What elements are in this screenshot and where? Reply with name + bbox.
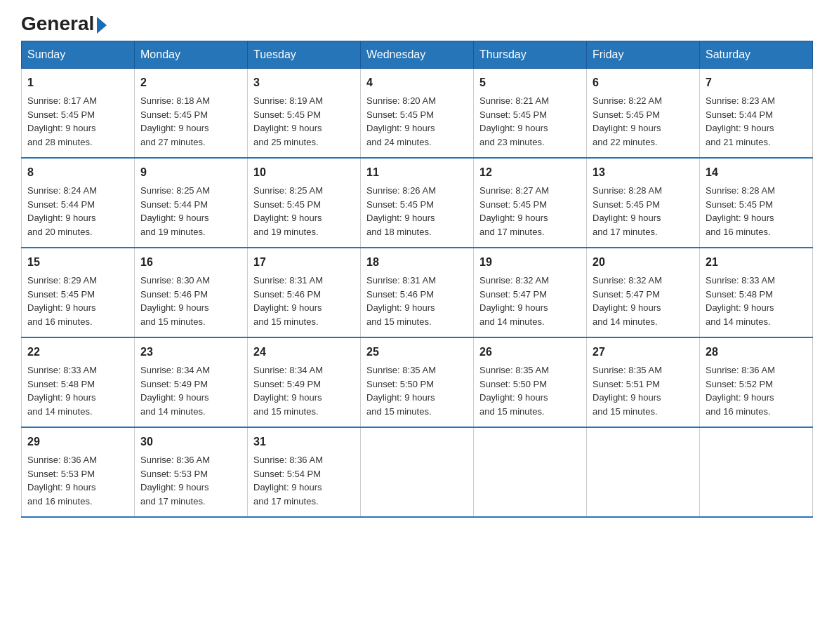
calendar-cell <box>361 427 474 517</box>
day-info: Sunrise: 8:29 AM Sunset: 5:45 PM Dayligh… <box>27 275 97 327</box>
calendar-cell: 19 Sunrise: 8:32 AM Sunset: 5:47 PM Dayl… <box>474 248 587 337</box>
calendar-cell: 25 Sunrise: 8:35 AM Sunset: 5:50 PM Dayl… <box>361 337 474 427</box>
calendar-cell <box>587 427 700 517</box>
calendar-cell: 28 Sunrise: 8:36 AM Sunset: 5:52 PM Dayl… <box>700 337 813 427</box>
day-number: 5 <box>479 74 581 91</box>
day-number: 28 <box>706 344 807 361</box>
weekday-header-wednesday: Wednesday <box>361 41 474 69</box>
day-info: Sunrise: 8:28 AM Sunset: 5:45 PM Dayligh… <box>706 185 775 237</box>
day-number: 20 <box>593 254 694 271</box>
day-info: Sunrise: 8:36 AM Sunset: 5:52 PM Dayligh… <box>706 365 775 417</box>
calendar-cell: 17 Sunrise: 8:31 AM Sunset: 5:46 PM Dayl… <box>248 248 361 337</box>
calendar-table: SundayMondayTuesdayWednesdayThursdayFrid… <box>21 41 813 518</box>
day-number: 12 <box>479 164 581 181</box>
calendar-cell: 9 Sunrise: 8:25 AM Sunset: 5:44 PM Dayli… <box>135 158 248 248</box>
calendar-cell: 29 Sunrise: 8:36 AM Sunset: 5:53 PM Dayl… <box>22 427 135 517</box>
calendar-cell: 5 Sunrise: 8:21 AM Sunset: 5:45 PM Dayli… <box>474 69 587 159</box>
day-info: Sunrise: 8:20 AM Sunset: 5:45 PM Dayligh… <box>366 95 436 147</box>
logo: General <box>21 14 107 34</box>
day-number: 29 <box>27 434 128 450</box>
day-info: Sunrise: 8:34 AM Sunset: 5:49 PM Dayligh… <box>253 365 323 417</box>
calendar-cell: 8 Sunrise: 8:24 AM Sunset: 5:44 PM Dayli… <box>22 158 135 248</box>
calendar-cell: 30 Sunrise: 8:36 AM Sunset: 5:53 PM Dayl… <box>135 427 248 517</box>
day-info: Sunrise: 8:32 AM Sunset: 5:47 PM Dayligh… <box>479 275 549 327</box>
day-info: Sunrise: 8:26 AM Sunset: 5:45 PM Dayligh… <box>366 185 436 237</box>
day-info: Sunrise: 8:32 AM Sunset: 5:47 PM Dayligh… <box>593 275 662 327</box>
day-number: 17 <box>253 254 355 271</box>
calendar-cell: 18 Sunrise: 8:31 AM Sunset: 5:46 PM Dayl… <box>361 248 474 337</box>
day-info: Sunrise: 8:36 AM Sunset: 5:53 PM Dayligh… <box>27 455 97 507</box>
day-info: Sunrise: 8:21 AM Sunset: 5:45 PM Dayligh… <box>479 95 549 147</box>
calendar-cell: 12 Sunrise: 8:27 AM Sunset: 5:45 PM Dayl… <box>474 158 587 248</box>
calendar-cell: 20 Sunrise: 8:32 AM Sunset: 5:47 PM Dayl… <box>587 248 700 337</box>
calendar-week-2: 8 Sunrise: 8:24 AM Sunset: 5:44 PM Dayli… <box>22 158 813 248</box>
weekday-header-saturday: Saturday <box>700 41 813 69</box>
day-info: Sunrise: 8:25 AM Sunset: 5:44 PM Dayligh… <box>140 185 210 237</box>
day-number: 23 <box>140 344 241 361</box>
calendar-header: SundayMondayTuesdayWednesdayThursdayFrid… <box>22 41 813 69</box>
day-info: Sunrise: 8:25 AM Sunset: 5:45 PM Dayligh… <box>253 185 323 237</box>
day-number: 6 <box>593 74 694 91</box>
day-info: Sunrise: 8:30 AM Sunset: 5:46 PM Dayligh… <box>140 275 210 327</box>
calendar-week-5: 29 Sunrise: 8:36 AM Sunset: 5:53 PM Dayl… <box>22 427 813 517</box>
calendar-body: 1 Sunrise: 8:17 AM Sunset: 5:45 PM Dayli… <box>22 69 813 518</box>
calendar-cell <box>474 427 587 517</box>
day-info: Sunrise: 8:18 AM Sunset: 5:45 PM Dayligh… <box>140 95 210 147</box>
day-number: 30 <box>140 434 241 450</box>
day-number: 24 <box>253 344 355 361</box>
day-info: Sunrise: 8:19 AM Sunset: 5:45 PM Dayligh… <box>253 95 323 147</box>
page-header: General <box>21 14 813 34</box>
day-number: 31 <box>253 434 355 450</box>
day-info: Sunrise: 8:35 AM Sunset: 5:50 PM Dayligh… <box>366 365 436 417</box>
calendar-cell: 11 Sunrise: 8:26 AM Sunset: 5:45 PM Dayl… <box>361 158 474 248</box>
weekday-row: SundayMondayTuesdayWednesdayThursdayFrid… <box>22 41 813 69</box>
day-number: 16 <box>140 254 241 271</box>
day-info: Sunrise: 8:34 AM Sunset: 5:49 PM Dayligh… <box>140 365 210 417</box>
weekday-header-tuesday: Tuesday <box>248 41 361 69</box>
day-number: 22 <box>27 344 128 361</box>
calendar-cell: 16 Sunrise: 8:30 AM Sunset: 5:46 PM Dayl… <box>135 248 248 337</box>
calendar-week-3: 15 Sunrise: 8:29 AM Sunset: 5:45 PM Dayl… <box>22 248 813 337</box>
day-number: 27 <box>593 344 694 361</box>
calendar-week-1: 1 Sunrise: 8:17 AM Sunset: 5:45 PM Dayli… <box>22 69 813 159</box>
calendar-cell: 21 Sunrise: 8:33 AM Sunset: 5:48 PM Dayl… <box>700 248 813 337</box>
day-number: 8 <box>27 164 128 181</box>
calendar-cell: 23 Sunrise: 8:34 AM Sunset: 5:49 PM Dayl… <box>135 337 248 427</box>
calendar-cell: 24 Sunrise: 8:34 AM Sunset: 5:49 PM Dayl… <box>248 337 361 427</box>
day-info: Sunrise: 8:31 AM Sunset: 5:46 PM Dayligh… <box>366 275 436 327</box>
day-number: 7 <box>706 74 807 91</box>
day-info: Sunrise: 8:24 AM Sunset: 5:44 PM Dayligh… <box>27 185 97 237</box>
day-number: 1 <box>27 74 128 91</box>
logo-text-line1: General <box>21 14 107 34</box>
day-number: 21 <box>706 254 807 271</box>
day-number: 25 <box>366 344 468 361</box>
calendar-week-4: 22 Sunrise: 8:33 AM Sunset: 5:48 PM Dayl… <box>22 337 813 427</box>
weekday-header-thursday: Thursday <box>474 41 587 69</box>
day-number: 19 <box>479 254 581 271</box>
day-info: Sunrise: 8:17 AM Sunset: 5:45 PM Dayligh… <box>27 95 97 147</box>
day-number: 2 <box>140 74 241 91</box>
day-info: Sunrise: 8:31 AM Sunset: 5:46 PM Dayligh… <box>253 275 323 327</box>
day-info: Sunrise: 8:35 AM Sunset: 5:51 PM Dayligh… <box>593 365 662 417</box>
day-number: 18 <box>366 254 468 271</box>
calendar-cell: 27 Sunrise: 8:35 AM Sunset: 5:51 PM Dayl… <box>587 337 700 427</box>
day-info: Sunrise: 8:23 AM Sunset: 5:44 PM Dayligh… <box>706 95 775 147</box>
calendar-cell: 22 Sunrise: 8:33 AM Sunset: 5:48 PM Dayl… <box>22 337 135 427</box>
day-number: 3 <box>253 74 355 91</box>
calendar-cell <box>700 427 813 517</box>
calendar-cell: 1 Sunrise: 8:17 AM Sunset: 5:45 PM Dayli… <box>22 69 135 159</box>
day-info: Sunrise: 8:33 AM Sunset: 5:48 PM Dayligh… <box>706 275 775 327</box>
calendar-cell: 26 Sunrise: 8:35 AM Sunset: 5:50 PM Dayl… <box>474 337 587 427</box>
calendar-cell: 31 Sunrise: 8:36 AM Sunset: 5:54 PM Dayl… <box>248 427 361 517</box>
day-number: 11 <box>366 164 468 181</box>
day-info: Sunrise: 8:35 AM Sunset: 5:50 PM Dayligh… <box>479 365 549 417</box>
day-info: Sunrise: 8:22 AM Sunset: 5:45 PM Dayligh… <box>593 95 662 147</box>
calendar-cell: 10 Sunrise: 8:25 AM Sunset: 5:45 PM Dayl… <box>248 158 361 248</box>
calendar-cell: 3 Sunrise: 8:19 AM Sunset: 5:45 PM Dayli… <box>248 69 361 159</box>
day-info: Sunrise: 8:36 AM Sunset: 5:54 PM Dayligh… <box>253 455 323 507</box>
day-number: 13 <box>593 164 694 181</box>
day-number: 15 <box>27 254 128 271</box>
day-number: 4 <box>366 74 468 91</box>
calendar-cell: 14 Sunrise: 8:28 AM Sunset: 5:45 PM Dayl… <box>700 158 813 248</box>
calendar-cell: 6 Sunrise: 8:22 AM Sunset: 5:45 PM Dayli… <box>587 69 700 159</box>
